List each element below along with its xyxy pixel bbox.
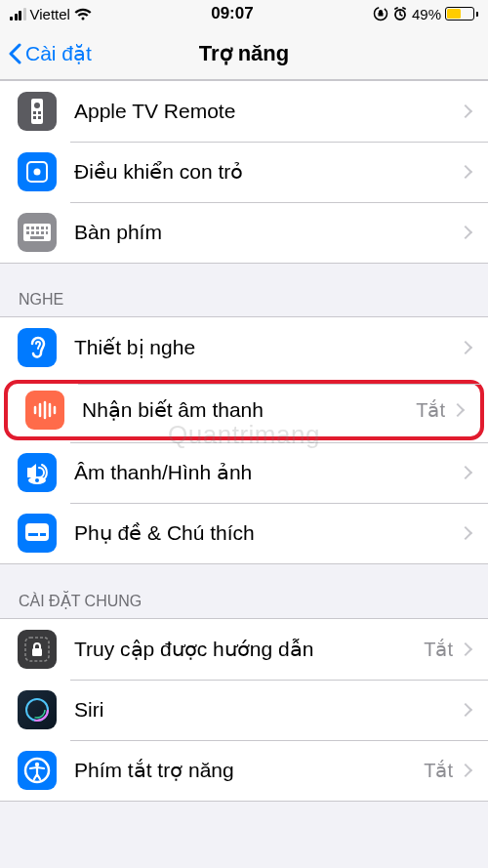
chevron-right-icon bbox=[459, 466, 472, 479]
svg-rect-13 bbox=[36, 227, 39, 229]
svg-rect-18 bbox=[36, 231, 39, 234]
row-detail: Tắt bbox=[424, 759, 453, 782]
svg-rect-21 bbox=[30, 236, 44, 239]
caption-icon bbox=[18, 514, 57, 553]
accessibility-icon bbox=[18, 751, 57, 790]
row-apple-tv-remote[interactable]: Apple TV Remote bbox=[0, 81, 488, 142]
chevron-right-icon bbox=[459, 642, 472, 656]
svg-point-3 bbox=[34, 103, 40, 108]
svg-rect-20 bbox=[46, 231, 48, 234]
svg-rect-14 bbox=[41, 227, 44, 229]
row-label: Phím tắt trợ năng bbox=[74, 759, 424, 782]
group-physical-motor: Apple TV Remote Điều khiển con trỏ Bàn p… bbox=[0, 80, 488, 264]
svg-rect-30 bbox=[28, 533, 38, 536]
chevron-right-icon bbox=[459, 703, 472, 717]
chevron-right-icon bbox=[459, 104, 472, 118]
row-audio-visual[interactable]: Âm thanh/Hình ảnh bbox=[0, 442, 488, 503]
row-hearing-devices[interactable]: Thiết bị nghe bbox=[0, 317, 488, 378]
row-keyboards[interactable]: Bàn phím bbox=[0, 202, 488, 263]
svg-rect-17 bbox=[31, 231, 34, 234]
group-general: Truy cập được hướng dẫn Tắt Siri Phím tắ… bbox=[0, 618, 488, 802]
row-label: Apple TV Remote bbox=[74, 100, 461, 123]
svg-rect-6 bbox=[33, 116, 36, 119]
row-label: Truy cập được hướng dẫn bbox=[74, 638, 424, 661]
svg-rect-5 bbox=[38, 111, 41, 114]
wifi-icon bbox=[74, 8, 92, 21]
chevron-right-icon bbox=[459, 165, 472, 179]
svg-rect-16 bbox=[26, 231, 29, 234]
svg-point-9 bbox=[34, 169, 41, 176]
svg-rect-2 bbox=[31, 99, 43, 124]
settings-list: Apple TV Remote Điều khiển con trỏ Bàn p… bbox=[0, 80, 488, 802]
chevron-right-icon bbox=[459, 526, 472, 540]
svg-rect-11 bbox=[26, 227, 29, 229]
soundwave-icon bbox=[25, 391, 64, 430]
row-label: Phụ đề & Chú thích bbox=[74, 521, 461, 545]
guided-access-icon bbox=[18, 630, 57, 669]
svg-rect-31 bbox=[40, 533, 46, 536]
svg-rect-12 bbox=[31, 227, 34, 229]
section-header-general: CÀI ĐẶT CHUNG bbox=[0, 564, 488, 618]
ear-icon bbox=[18, 328, 57, 367]
alarm-icon bbox=[392, 6, 408, 21]
group-hearing: Thiết bị nghe Nhận biết âm thanh Tắt Âm … bbox=[0, 316, 488, 564]
status-right: 49% bbox=[373, 6, 478, 22]
orientation-lock-icon bbox=[373, 6, 388, 21]
section-header-hearing: NGHE bbox=[0, 264, 488, 316]
svg-rect-29 bbox=[25, 523, 49, 541]
svg-rect-19 bbox=[41, 231, 44, 234]
carrier-label: Viettel bbox=[30, 6, 70, 22]
battery-icon bbox=[445, 7, 478, 21]
row-label: Âm thanh/Hình ảnh bbox=[74, 461, 461, 484]
row-label: Thiết bị nghe bbox=[74, 336, 461, 359]
row-detail: Tắt bbox=[416, 398, 445, 422]
row-guided-access[interactable]: Truy cập được hướng dẫn Tắt bbox=[0, 619, 488, 680]
battery-percent: 49% bbox=[412, 6, 441, 22]
row-pointer-control[interactable]: Điều khiển con trỏ bbox=[0, 142, 488, 202]
svg-point-36 bbox=[29, 702, 45, 718]
chevron-right-icon bbox=[459, 764, 472, 777]
row-accessibility-shortcut[interactable]: Phím tắt trợ năng Tắt bbox=[0, 740, 488, 801]
chevron-right-icon bbox=[451, 403, 465, 417]
svg-rect-33 bbox=[32, 648, 42, 656]
svg-rect-4 bbox=[33, 111, 36, 114]
svg-rect-15 bbox=[46, 227, 48, 229]
signal-icon bbox=[10, 8, 26, 21]
back-label: Cài đặt bbox=[25, 42, 92, 65]
chevron-left-icon bbox=[8, 43, 21, 64]
row-label: Điều khiển con trỏ bbox=[74, 160, 461, 184]
nav-bar: Cài đặt Trợ năng bbox=[0, 27, 488, 80]
status-time: 09:07 bbox=[211, 4, 253, 23]
row-label: Nhận biết âm thanh bbox=[82, 398, 416, 422]
back-button[interactable]: Cài đặt bbox=[0, 42, 92, 65]
row-siri[interactable]: Siri bbox=[0, 680, 488, 740]
svg-rect-7 bbox=[38, 116, 41, 119]
row-subtitles-captioning[interactable]: Phụ đề & Chú thích bbox=[0, 503, 488, 563]
chevron-right-icon bbox=[459, 226, 472, 239]
pointer-icon bbox=[18, 152, 57, 191]
row-label: Siri bbox=[74, 698, 461, 722]
siri-icon bbox=[18, 690, 57, 729]
keyboard-icon bbox=[18, 213, 57, 252]
row-detail: Tắt bbox=[424, 638, 453, 661]
speaker-eye-icon bbox=[18, 453, 57, 492]
svg-point-28 bbox=[35, 478, 39, 482]
svg-point-38 bbox=[35, 763, 39, 766]
status-left: Viettel bbox=[10, 6, 92, 22]
row-sound-recognition[interactable]: Nhận biết âm thanh Tắt bbox=[4, 380, 484, 440]
chevron-right-icon bbox=[459, 341, 472, 354]
status-bar: Viettel 09:07 49% bbox=[0, 0, 488, 27]
row-label: Bàn phím bbox=[74, 221, 461, 244]
remote-icon bbox=[18, 92, 57, 131]
